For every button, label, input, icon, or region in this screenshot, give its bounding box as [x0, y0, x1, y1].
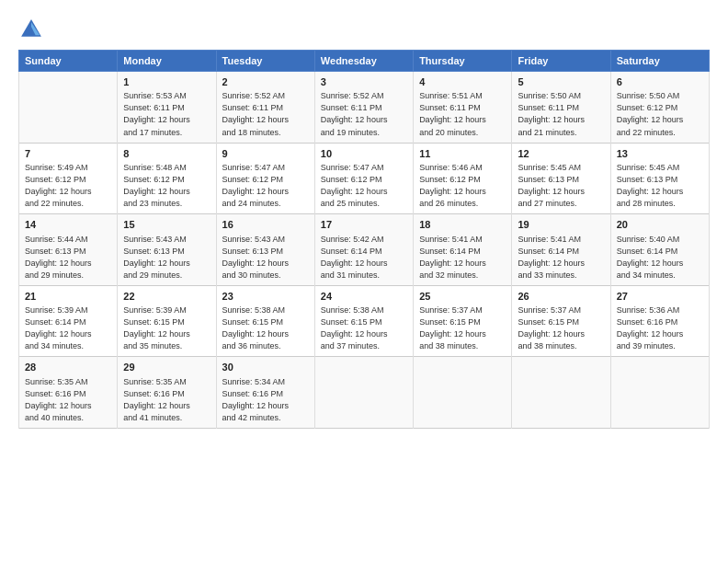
calendar-cell [19, 72, 118, 144]
calendar-cell: 7Sunrise: 5:49 AMSunset: 6:12 PMDaylight… [19, 143, 118, 214]
calendar-cell: 24Sunrise: 5:38 AMSunset: 6:15 PMDayligh… [314, 285, 413, 357]
calendar-body: 1Sunrise: 5:53 AMSunset: 6:11 PMDaylight… [19, 72, 710, 429]
calendar-cell: 13Sunrise: 5:45 AMSunset: 6:13 PMDayligh… [610, 143, 709, 214]
day-number: 20 [617, 218, 703, 232]
week-row-2: 14Sunrise: 5:44 AMSunset: 6:13 PMDayligh… [19, 214, 710, 286]
day-number: 27 [617, 290, 703, 304]
day-number: 6 [617, 75, 703, 89]
day-info: Sunrise: 5:48 AMSunset: 6:12 PMDaylight:… [123, 162, 210, 210]
day-info: Sunrise: 5:41 AMSunset: 6:14 PMDaylight:… [518, 234, 604, 282]
day-info: Sunrise: 5:53 AMSunset: 6:11 PMDaylight:… [123, 90, 210, 138]
day-number: 9 [222, 147, 309, 161]
day-info: Sunrise: 5:47 AMSunset: 6:12 PMDaylight:… [222, 162, 309, 210]
calendar-cell: 29Sunrise: 5:35 AMSunset: 6:16 PMDayligh… [118, 357, 216, 429]
calendar-cell [414, 357, 512, 429]
day-info: Sunrise: 5:36 AMSunset: 6:16 PMDaylight:… [617, 304, 703, 352]
day-info: Sunrise: 5:46 AMSunset: 6:12 PMDaylight:… [419, 162, 506, 210]
day-number: 11 [419, 147, 506, 161]
day-number: 21 [25, 290, 111, 304]
day-info: Sunrise: 5:44 AMSunset: 6:13 PMDaylight:… [25, 234, 111, 282]
calendar-cell: 18Sunrise: 5:41 AMSunset: 6:14 PMDayligh… [414, 214, 512, 286]
day-number: 28 [25, 361, 111, 374]
calendar-cell: 6Sunrise: 5:50 AMSunset: 6:12 PMDaylight… [610, 72, 709, 144]
day-number: 2 [222, 75, 309, 89]
header-cell-monday: Monday [118, 51, 216, 72]
day-number: 8 [123, 147, 210, 161]
calendar-cell: 14Sunrise: 5:44 AMSunset: 6:13 PMDayligh… [19, 214, 118, 286]
header [18, 17, 710, 42]
day-info: Sunrise: 5:47 AMSunset: 6:12 PMDaylight:… [321, 162, 407, 210]
calendar-cell: 9Sunrise: 5:47 AMSunset: 6:12 PMDaylight… [216, 143, 314, 214]
calendar-cell: 8Sunrise: 5:48 AMSunset: 6:12 PMDaylight… [118, 143, 216, 214]
calendar-cell: 11Sunrise: 5:46 AMSunset: 6:12 PMDayligh… [414, 143, 512, 214]
day-number: 22 [123, 290, 210, 304]
day-info: Sunrise: 5:52 AMSunset: 6:11 PMDaylight:… [222, 90, 309, 138]
calendar-cell: 30Sunrise: 5:34 AMSunset: 6:16 PMDayligh… [216, 357, 314, 429]
day-number: 18 [419, 218, 506, 232]
day-info: Sunrise: 5:42 AMSunset: 6:14 PMDaylight:… [321, 234, 407, 282]
calendar-cell: 28Sunrise: 5:35 AMSunset: 6:16 PMDayligh… [19, 357, 118, 429]
header-cell-sunday: Sunday [19, 51, 118, 72]
day-info: Sunrise: 5:34 AMSunset: 6:16 PMDaylight:… [222, 376, 309, 424]
header-cell-friday: Friday [512, 51, 610, 72]
calendar-cell: 3Sunrise: 5:52 AMSunset: 6:11 PMDaylight… [314, 72, 413, 144]
calendar-table: SundayMondayTuesdayWednesdayThursdayFrid… [18, 50, 710, 429]
calendar-cell: 4Sunrise: 5:51 AMSunset: 6:11 PMDaylight… [414, 72, 512, 144]
calendar-cell: 21Sunrise: 5:39 AMSunset: 6:14 PMDayligh… [19, 285, 118, 357]
calendar-cell: 20Sunrise: 5:40 AMSunset: 6:14 PMDayligh… [610, 214, 709, 286]
week-row-3: 21Sunrise: 5:39 AMSunset: 6:14 PMDayligh… [19, 285, 710, 357]
day-info: Sunrise: 5:49 AMSunset: 6:12 PMDaylight:… [25, 162, 111, 210]
calendar-cell: 27Sunrise: 5:36 AMSunset: 6:16 PMDayligh… [610, 285, 709, 357]
day-number: 4 [419, 75, 506, 89]
calendar-cell: 25Sunrise: 5:37 AMSunset: 6:15 PMDayligh… [414, 285, 512, 357]
page: SundayMondayTuesdayWednesdayThursdayFrid… [0, 0, 728, 563]
day-number: 26 [518, 290, 604, 304]
calendar-cell: 12Sunrise: 5:45 AMSunset: 6:13 PMDayligh… [512, 143, 610, 214]
day-number: 3 [321, 75, 407, 89]
calendar-cell: 5Sunrise: 5:50 AMSunset: 6:11 PMDaylight… [512, 72, 610, 144]
day-info: Sunrise: 5:39 AMSunset: 6:15 PMDaylight:… [123, 304, 210, 352]
calendar-cell [512, 357, 610, 429]
day-number: 30 [222, 361, 309, 374]
calendar-cell [314, 357, 413, 429]
header-row: SundayMondayTuesdayWednesdayThursdayFrid… [19, 51, 710, 72]
day-info: Sunrise: 5:52 AMSunset: 6:11 PMDaylight:… [321, 90, 407, 138]
calendar-cell: 26Sunrise: 5:37 AMSunset: 6:15 PMDayligh… [512, 285, 610, 357]
logo-icon [18, 17, 44, 42]
day-info: Sunrise: 5:41 AMSunset: 6:14 PMDaylight:… [419, 234, 506, 282]
day-number: 12 [518, 147, 604, 161]
calendar-cell: 19Sunrise: 5:41 AMSunset: 6:14 PMDayligh… [512, 214, 610, 286]
calendar-cell: 16Sunrise: 5:43 AMSunset: 6:13 PMDayligh… [216, 214, 314, 286]
calendar-cell: 22Sunrise: 5:39 AMSunset: 6:15 PMDayligh… [118, 285, 216, 357]
day-number: 1 [123, 75, 210, 89]
day-info: Sunrise: 5:35 AMSunset: 6:16 PMDaylight:… [25, 376, 111, 424]
day-number: 19 [518, 218, 604, 232]
day-number: 17 [321, 218, 407, 232]
calendar-cell: 23Sunrise: 5:38 AMSunset: 6:15 PMDayligh… [216, 285, 314, 357]
logo [18, 17, 48, 42]
day-info: Sunrise: 5:38 AMSunset: 6:15 PMDaylight:… [222, 304, 309, 352]
header-cell-wednesday: Wednesday [314, 51, 413, 72]
day-number: 13 [617, 147, 703, 161]
day-number: 15 [123, 218, 210, 232]
calendar-cell: 10Sunrise: 5:47 AMSunset: 6:12 PMDayligh… [314, 143, 413, 214]
day-info: Sunrise: 5:43 AMSunset: 6:13 PMDaylight:… [222, 234, 309, 282]
day-info: Sunrise: 5:45 AMSunset: 6:13 PMDaylight:… [617, 162, 703, 210]
day-info: Sunrise: 5:50 AMSunset: 6:12 PMDaylight:… [617, 90, 703, 138]
day-number: 10 [321, 147, 407, 161]
day-info: Sunrise: 5:43 AMSunset: 6:13 PMDaylight:… [123, 234, 210, 282]
week-row-0: 1Sunrise: 5:53 AMSunset: 6:11 PMDaylight… [19, 72, 710, 144]
day-info: Sunrise: 5:35 AMSunset: 6:16 PMDaylight:… [123, 376, 210, 424]
day-info: Sunrise: 5:45 AMSunset: 6:13 PMDaylight:… [518, 162, 604, 210]
day-number: 29 [123, 361, 210, 374]
calendar-cell: 15Sunrise: 5:43 AMSunset: 6:13 PMDayligh… [118, 214, 216, 286]
day-number: 16 [222, 218, 309, 232]
day-number: 23 [222, 290, 309, 304]
day-info: Sunrise: 5:51 AMSunset: 6:11 PMDaylight:… [419, 90, 506, 138]
week-row-1: 7Sunrise: 5:49 AMSunset: 6:12 PMDaylight… [19, 143, 710, 214]
header-cell-saturday: Saturday [610, 51, 709, 72]
calendar-cell [610, 357, 709, 429]
calendar-cell: 17Sunrise: 5:42 AMSunset: 6:14 PMDayligh… [314, 214, 413, 286]
day-info: Sunrise: 5:40 AMSunset: 6:14 PMDaylight:… [617, 234, 703, 282]
day-info: Sunrise: 5:37 AMSunset: 6:15 PMDaylight:… [518, 304, 604, 352]
